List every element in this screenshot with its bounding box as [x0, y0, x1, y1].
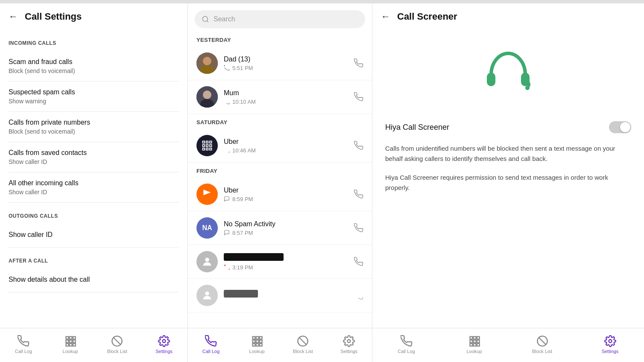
svg-rect-4: [69, 340, 72, 342]
nav-settings-2[interactable]: Settings: [326, 335, 372, 354]
nav-block-label-1: Block List: [107, 349, 127, 354]
back-button-screener[interactable]: ←: [381, 11, 390, 22]
missed-call-icon: [224, 264, 230, 270]
svg-rect-55: [473, 343, 476, 346]
avatar-mum: [196, 86, 218, 108]
suspected-spam-item[interactable]: Suspected spam calls Show warning: [9, 82, 179, 112]
saved-contacts-subtitle: Show caller ID: [9, 158, 179, 165]
call-item-no-spam[interactable]: NA No Spam Activity 8:57 PM: [188, 211, 372, 245]
call-item-redacted-1[interactable]: 3:19 PM: [188, 245, 372, 279]
phone-icon-uber-fri[interactable]: [354, 190, 363, 199]
other-calls-item[interactable]: All other incoming calls Show caller ID: [9, 172, 179, 203]
search-bar[interactable]: Search: [195, 10, 365, 28]
call-item-uber-fri[interactable]: Uber 8:59 PM: [188, 178, 372, 211]
call-settings-panel: ← Call Settings INCOMING CALLS Scam and …: [0, 0, 188, 362]
nav-block-label-2: Block List: [293, 349, 313, 354]
call-screener-header: ← Call Screener: [372, 3, 644, 30]
avatar-no-spam: NA: [196, 217, 218, 239]
nav-lookup-2[interactable]: Lookup: [234, 335, 280, 354]
private-numbers-subtitle: Block (send to voicemail): [9, 128, 179, 135]
call-time-row-no-spam: 8:57 PM: [224, 230, 354, 236]
phone-icon-dad[interactable]: [354, 58, 363, 68]
call-name-redacted-1: [224, 253, 354, 263]
nav-call-log-label-3: Call Log: [398, 349, 415, 354]
svg-rect-25: [210, 145, 212, 147]
suspected-spam-title: Suspected spam calls: [9, 88, 179, 96]
call-time-uber-sat: 10:46 AM: [232, 147, 256, 154]
phone-icon-mum[interactable]: [354, 92, 363, 102]
call-screener-panel: ← Call Screener Hiya Call Screener Calls: [372, 0, 644, 362]
nav-lookup-3[interactable]: Lookup: [440, 335, 508, 354]
show-caller-id-item[interactable]: Show caller ID: [9, 224, 179, 248]
call-time-no-spam: 8:57 PM: [232, 230, 253, 236]
phone-icon-no-spam[interactable]: [354, 223, 363, 233]
show-caller-id-title: Show caller ID: [9, 231, 179, 239]
avatar-uber-sat: [196, 135, 218, 156]
back-button[interactable]: ←: [9, 11, 18, 22]
call-settings-header: ← Call Settings: [0, 3, 187, 30]
phone-icon-redacted-1[interactable]: [354, 257, 363, 266]
nav-settings-1[interactable]: Settings: [141, 335, 187, 354]
redacted-bar-2: [224, 290, 258, 298]
nav-settings-label-1: Settings: [155, 349, 173, 354]
search-container: Search: [188, 3, 372, 32]
nav-settings-3[interactable]: Settings: [576, 335, 644, 354]
svg-rect-45: [487, 73, 495, 86]
incoming-call-icon-mum: [224, 99, 230, 105]
call-name-uber-fri: Uber: [224, 187, 354, 194]
screener-icon-container: [483, 47, 534, 100]
call-time-uber-fri: 8:59 PM: [232, 196, 253, 202]
svg-rect-1: [69, 336, 72, 339]
nav-block-list-2[interactable]: Block List: [280, 335, 326, 354]
friday-section: FRIDAY Uber 8:59 PM: [188, 163, 372, 312]
svg-rect-21: [206, 141, 208, 143]
call-info-redacted-1: 3:19 PM: [224, 253, 354, 271]
call-item-redacted-2[interactable]: [188, 279, 372, 312]
call-time-mum: 10:10 AM: [232, 99, 256, 105]
nav-call-log-2[interactable]: Call Log: [188, 335, 234, 354]
incoming-call-icon-uber-sat: [224, 147, 230, 153]
svg-rect-40: [256, 343, 258, 346]
nav-block-list-1[interactable]: Block List: [94, 335, 141, 354]
svg-rect-53: [477, 340, 479, 342]
svg-rect-34: [256, 336, 258, 339]
phone-icon-redacted-2[interactable]: [354, 291, 363, 300]
other-calls-title: All other incoming calls: [9, 179, 179, 187]
call-item-dad[interactable]: Dad (13) 5:51 PM: [188, 47, 372, 80]
call-info-no-spam: No Spam Activity 8:57 PM: [224, 220, 354, 236]
hiya-screener-toggle[interactable]: [609, 121, 631, 133]
saved-contacts-item[interactable]: Calls from saved contacts Show caller ID: [9, 142, 179, 172]
nav-call-log-label-1: Call Log: [15, 349, 32, 354]
nav-call-log-1[interactable]: Call Log: [0, 335, 47, 354]
saturday-label: SATURDAY: [188, 114, 372, 129]
nav-call-log-3[interactable]: Call Log: [372, 335, 440, 354]
svg-point-29: [205, 258, 209, 262]
message-icon-uber-fri: [224, 196, 230, 202]
svg-rect-26: [203, 148, 205, 150]
hiya-screener-label: Hiya Call Screener: [385, 123, 449, 132]
private-numbers-item[interactable]: Calls from private numbers Block (send t…: [9, 112, 179, 142]
nav-lookup-1[interactable]: Lookup: [47, 335, 94, 354]
call-time-row-mum: 10:10 AM: [224, 99, 354, 105]
scam-fraud-calls-item[interactable]: Scam and fraud calls Block (send to voic…: [9, 51, 179, 82]
call-name-dad: Dad (13): [224, 55, 354, 63]
svg-rect-20: [203, 141, 205, 143]
phone-icon-uber-sat[interactable]: [354, 141, 363, 150]
status-bar-3: [372, 0, 644, 3]
call-item-mum[interactable]: Mum 10:10 AM: [188, 80, 372, 114]
svg-line-43: [299, 337, 306, 344]
svg-rect-33: [252, 336, 255, 339]
call-item-uber-sat[interactable]: Uber 10:46 AM: [188, 129, 372, 163]
nav-call-log-label-2: Call Log: [202, 349, 220, 354]
svg-point-44: [348, 339, 351, 342]
screener-content: Hiya Call Screener Calls from unidentifi…: [372, 30, 644, 328]
nav-settings-label-2: Settings: [340, 349, 357, 354]
svg-point-12: [202, 16, 208, 21]
svg-rect-39: [252, 343, 255, 346]
private-numbers-title: Calls from private numbers: [9, 119, 179, 126]
nav-block-list-3[interactable]: Block List: [508, 335, 576, 354]
svg-line-58: [539, 337, 545, 344]
svg-rect-7: [69, 343, 72, 346]
svg-rect-3: [66, 340, 68, 342]
show-details-item[interactable]: Show details about the call: [9, 269, 179, 292]
